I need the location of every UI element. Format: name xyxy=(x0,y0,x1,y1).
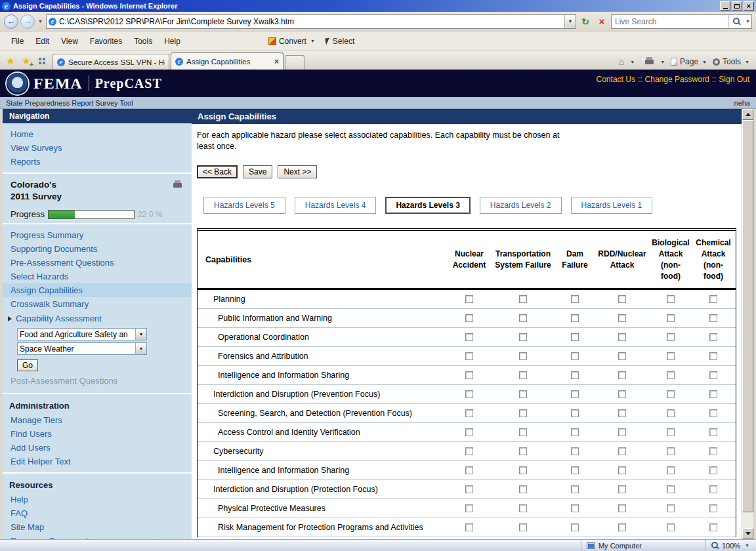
back-button[interactable]: ← xyxy=(4,14,18,29)
capability-checkbox[interactable] xyxy=(618,447,626,455)
home-dropdown-icon[interactable]: ▼ xyxy=(629,60,636,64)
add-favorite-button[interactable]: ★ xyxy=(18,53,34,69)
close-button[interactable]: × xyxy=(744,1,754,10)
capability-checkbox[interactable] xyxy=(709,371,717,379)
capability-select-2[interactable]: Space Weather ▼ xyxy=(17,342,147,355)
capability-checkbox[interactable] xyxy=(571,314,579,322)
sidebar-item-pre-assessment-questions[interactable]: Pre-Assessment Questions xyxy=(3,256,192,270)
sidebar-item-view-surveys[interactable]: View Surveys xyxy=(3,141,192,155)
capability-checkbox[interactable] xyxy=(618,352,626,360)
address-dropdown-button[interactable]: ▼ xyxy=(564,15,576,28)
tab-close-icon[interactable]: × xyxy=(274,57,279,66)
capability-checkbox[interactable] xyxy=(465,371,473,379)
sidebar-item-home[interactable]: Home xyxy=(3,127,192,141)
favorites-button[interactable]: ★ xyxy=(3,53,18,69)
capability-checkbox[interactable] xyxy=(618,390,626,398)
convert-button[interactable]: Convert ▼ xyxy=(264,35,321,47)
capability-checkbox[interactable] xyxy=(709,485,717,493)
header-link-change-password[interactable]: Change Password xyxy=(645,75,709,84)
capability-checkbox[interactable] xyxy=(519,504,527,512)
capability-checkbox[interactable] xyxy=(709,333,717,341)
search-dropdown-icon[interactable]: ▼ xyxy=(744,19,751,24)
capability-checkbox[interactable] xyxy=(465,390,473,398)
print-dropdown-icon[interactable]: ▼ xyxy=(659,60,666,64)
capability-select-1[interactable]: Food and Agriculture Safety an ▼ xyxy=(17,328,147,340)
sidebar-item-select-hazards[interactable]: Select Hazards xyxy=(3,270,192,283)
menu-favorites[interactable]: Favorites xyxy=(84,35,128,48)
capability-checkbox[interactable] xyxy=(667,409,675,417)
capability-checkbox[interactable] xyxy=(519,485,527,493)
capability-checkbox[interactable] xyxy=(519,409,527,417)
capability-checkbox[interactable] xyxy=(465,428,473,436)
capability-checkbox[interactable] xyxy=(571,485,579,493)
capability-checkbox[interactable] xyxy=(465,466,473,474)
capability-checkbox[interactable] xyxy=(571,333,579,341)
capability-checkbox[interactable] xyxy=(465,295,473,303)
capability-checkbox[interactable] xyxy=(571,295,579,303)
capability-checkbox[interactable] xyxy=(709,390,717,398)
go-button[interactable]: Go xyxy=(17,359,38,371)
capability-checkbox[interactable] xyxy=(709,314,717,322)
capability-checkbox[interactable] xyxy=(709,295,717,303)
capability-checkbox[interactable] xyxy=(571,466,579,474)
menu-file[interactable]: File xyxy=(5,35,30,48)
capability-checkbox[interactable] xyxy=(618,409,626,417)
sidebar-item-capability-assessment[interactable]: Capability Assessment xyxy=(3,311,192,326)
sidebar-item-faq[interactable]: FAQ xyxy=(3,506,192,520)
capability-checkbox[interactable] xyxy=(519,390,527,398)
capability-checkbox[interactable] xyxy=(709,428,717,436)
zoom-control[interactable]: 100% ▼ xyxy=(705,540,756,551)
capability-checkbox[interactable] xyxy=(571,390,579,398)
tab-hazards-levels-4[interactable]: Hazards Levels 4 xyxy=(295,197,377,214)
capability-checkbox[interactable] xyxy=(465,333,473,341)
capability-checkbox[interactable] xyxy=(571,352,579,360)
sidebar-item-manage-tiers[interactable]: Manage Tiers xyxy=(3,413,192,427)
browser-tab-assign-capabilities[interactable]: eAssign Capabilities× xyxy=(171,52,284,70)
capability-checkbox[interactable] xyxy=(519,371,527,379)
refresh-button[interactable]: ↻ xyxy=(578,14,593,29)
capability-checkbox[interactable] xyxy=(571,428,579,436)
search-button[interactable] xyxy=(728,15,744,28)
capability-checkbox[interactable] xyxy=(618,504,626,512)
capability-checkbox[interactable] xyxy=(571,447,579,455)
capability-checkbox[interactable] xyxy=(571,504,579,512)
print-button[interactable] xyxy=(645,57,654,67)
capability-checkbox[interactable] xyxy=(667,352,675,360)
sidebar-item-assign-capabilities[interactable]: Assign Capabilities xyxy=(3,283,192,297)
header-link-contact-us[interactable]: Contact Us xyxy=(597,75,635,84)
capability-checkbox[interactable] xyxy=(519,314,527,322)
capability-checkbox[interactable] xyxy=(667,466,675,474)
capability-checkbox[interactable] xyxy=(709,504,717,512)
capability-checkbox[interactable] xyxy=(465,447,473,455)
save-button[interactable]: Save xyxy=(243,165,272,178)
capability-checkbox[interactable] xyxy=(618,314,626,322)
back-page-button[interactable]: << Back xyxy=(197,165,238,178)
capability-checkbox[interactable] xyxy=(618,428,626,436)
menu-view[interactable]: View xyxy=(55,35,84,48)
capability-checkbox[interactable] xyxy=(519,428,527,436)
home-button[interactable]: ⌂ xyxy=(619,56,624,67)
quick-tabs-button[interactable] xyxy=(34,53,50,69)
sidebar-item-supporting-documents[interactable]: Supporting Documents xyxy=(3,242,192,256)
address-input[interactable] xyxy=(56,17,564,26)
capability-checkbox[interactable] xyxy=(667,295,675,303)
next-button[interactable]: Next >> xyxy=(278,165,317,178)
capability-checkbox[interactable] xyxy=(519,466,527,474)
capability-checkbox[interactable] xyxy=(519,295,527,303)
capability-checkbox[interactable] xyxy=(519,447,527,455)
menu-tools[interactable]: Tools xyxy=(128,35,158,48)
capability-checkbox[interactable] xyxy=(465,504,473,512)
capability-checkbox[interactable] xyxy=(519,333,527,341)
capability-checkbox[interactable] xyxy=(667,447,675,455)
sidebar-item-help[interactable]: Help xyxy=(3,493,192,506)
capability-checkbox[interactable] xyxy=(709,466,717,474)
capability-checkbox[interactable] xyxy=(571,523,579,531)
search-input[interactable] xyxy=(612,17,728,26)
restore-button[interactable] xyxy=(732,1,742,10)
capability-checkbox[interactable] xyxy=(709,352,717,360)
tab-hazards-levels-3[interactable]: Hazards Levels 3 xyxy=(385,197,470,214)
capability-checkbox[interactable] xyxy=(618,371,626,379)
sidebar-item-find-users[interactable]: Find Users xyxy=(3,427,192,441)
capability-checkbox[interactable] xyxy=(667,333,675,341)
capability-checkbox[interactable] xyxy=(667,428,675,436)
